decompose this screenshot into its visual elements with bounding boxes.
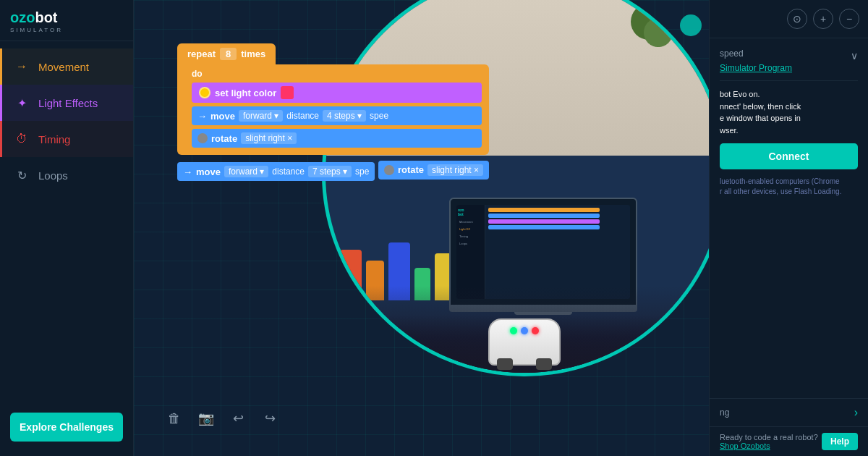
mini-block-2 <box>488 214 600 218</box>
logo-subtitle: SIMULATOR <box>10 27 123 33</box>
panel-content: speed ∨ Simulator Program bot Evo on. nn… <box>710 38 868 398</box>
times-label: times <box>241 48 265 59</box>
simulator-program-link[interactable]: Simulator Program <box>720 63 858 73</box>
right-panel: ⊙ + − speed ∨ Simulator Program bot Evo … <box>709 0 868 456</box>
move-dir-value: forward ▾ <box>239 110 283 122</box>
laptop-content-mini <box>485 205 630 299</box>
loading-arrow-icon[interactable]: › <box>854 406 858 419</box>
loops-icon: ↻ <box>14 167 30 183</box>
speed-row: speed ∨ <box>720 48 858 63</box>
laptop-screen-inner: ozobot Movement Light Eff Timing Loops <box>456 205 630 299</box>
wheel-right <box>536 358 552 370</box>
connect-help-1: nnect' below, then click <box>720 102 801 111</box>
sidebar-item-timing[interactable]: ⏱ Timing <box>0 121 133 157</box>
movement-icon: → <box>14 59 30 75</box>
move-arrow-icon: → <box>197 111 207 122</box>
color-swatch <box>281 86 294 99</box>
rotate-label-2: rotate <box>398 164 424 175</box>
shop-text: Ready to code a real robot? Shop Ozobots <box>720 433 822 450</box>
light-color-label: set light color <box>215 88 276 98</box>
plant-decor <box>637 0 680 76</box>
ready-text: Ready to code a real robot? <box>720 433 818 442</box>
do-block: do set light color → move forward ▾ dist… <box>177 64 489 155</box>
logo-part2: bot <box>35 9 57 25</box>
connect-help-3: wser. <box>720 126 739 135</box>
color-circle-icon <box>199 87 210 98</box>
light-effects-label: Light Effects <box>38 97 98 109</box>
logo-area: ozobot SIMULATOR <box>0 0 133 41</box>
move-dir-value-2: forward ▾ <box>224 166 268 177</box>
robot-lights <box>490 320 559 334</box>
bottom-toolbar: 🗑 📷 ↩ ↪ <box>163 407 281 430</box>
light-blue <box>521 327 528 334</box>
loops-label: Loops <box>38 169 68 182</box>
move-label: move <box>210 111 235 122</box>
timing-label: Timing <box>38 133 70 145</box>
repeat-label: repeat <box>187 48 216 59</box>
robot-on-text: bot Evo on. <box>720 90 760 98</box>
bluetooth-note: luetooth-enabled computers (Chrome r all… <box>720 177 858 197</box>
light-effects-icon: ✦ <box>14 95 30 111</box>
connection-text: bot Evo on. nnect' below, then click e w… <box>720 88 858 136</box>
help-button[interactable]: Help <box>822 433 858 450</box>
mini-nav: Movement Light Eff Timing Loops <box>458 219 483 246</box>
set-light-color-block[interactable]: set light color <box>192 83 482 103</box>
mini-blocks <box>488 208 627 229</box>
main-area: repeat 8 times do set light color → move… <box>134 0 868 456</box>
rotate-label: rotate <box>211 133 237 144</box>
timing-icon: ⏱ <box>14 131 30 147</box>
bluetooth-note-2: r all other devices, use Flash Loading. <box>720 187 841 195</box>
repeat-block[interactable]: repeat 8 times <box>177 43 276 64</box>
mini-block-1 <box>488 208 600 212</box>
distance-value: 4 steps ▾ <box>323 110 366 122</box>
divider-1 <box>720 80 858 81</box>
rotate-block-1[interactable]: rotate slight right × <box>192 129 482 148</box>
do-label: do <box>192 69 482 79</box>
mini-block-4 <box>488 225 600 229</box>
undo-icon[interactable]: ↩ <box>226 407 250 430</box>
zoom-in-button[interactable]: + <box>813 9 833 29</box>
camera-icon[interactable]: 📷 <box>195 407 218 430</box>
connect-button[interactable]: Connect <box>720 143 858 169</box>
loading-row: ng › <box>720 406 858 419</box>
ozobot-robot <box>488 318 561 366</box>
chevron-down-icon[interactable]: ∨ <box>851 50 858 62</box>
speed-label: speed <box>720 48 744 59</box>
robot-body <box>488 318 561 366</box>
loading-label: ng <box>720 408 729 418</box>
panel-footer: ng › <box>710 398 868 426</box>
distance-label-2: distance <box>272 166 305 177</box>
rotate-block-2[interactable]: rotate slight right × <box>378 161 489 180</box>
redo-icon[interactable]: ↪ <box>258 407 281 430</box>
rotate-value-2: slight right × <box>427 164 483 176</box>
right-panel-top: ⊙ + − <box>710 0 868 38</box>
speed-label-2: spe <box>355 166 369 177</box>
mini-nav-loops: Loops <box>458 241 483 246</box>
mini-block-3 <box>488 219 600 224</box>
sidebar-item-loops[interactable]: ↻ Loops <box>0 157 133 193</box>
wheel-left <box>497 358 513 370</box>
mini-logo: ozobot <box>458 208 483 216</box>
connection-section: bot Evo on. nnect' below, then click e w… <box>720 88 858 197</box>
connect-help-2: e window that opens in <box>720 114 801 122</box>
move-forward-block[interactable]: → move forward ▾ distance 4 steps ▾ spee <box>192 106 482 125</box>
sidebar: ozobot SIMULATOR → Movement ✦ Light Effe… <box>0 0 134 456</box>
light-red <box>532 327 539 334</box>
delete-icon[interactable]: 🗑 <box>163 407 186 430</box>
move-label-2: move <box>196 166 221 177</box>
laptop-sidebar-mini: ozobot Movement Light Eff Timing Loops <box>456 205 485 299</box>
mini-nav-light: Light Eff <box>458 227 483 232</box>
move-forward-block-2[interactable]: → move forward ▾ distance 7 steps ▾ spe <box>177 162 375 181</box>
rotate-value-1: slight right × <box>241 132 297 144</box>
mini-nav-timing: Timing <box>458 234 483 239</box>
explore-challenges-button[interactable]: Explore Challenges <box>10 413 123 442</box>
sidebar-item-movement[interactable]: → Movement <box>0 48 133 85</box>
footer-bottom: Ready to code a real robot? Shop Ozobots… <box>710 426 868 456</box>
sidebar-item-light-effects[interactable]: ✦ Light Effects <box>0 85 133 121</box>
distance-label: distance <box>286 111 319 121</box>
shop-link[interactable]: Shop Ozobots <box>720 442 770 450</box>
target-icon-button[interactable]: ⊙ <box>787 9 807 29</box>
nav-items: → Movement ✦ Light Effects ⏱ Timing ↻ Lo… <box>0 41 133 401</box>
distance-value-2: 7 steps ▾ <box>308 166 352 177</box>
zoom-out-button[interactable]: − <box>839 9 859 29</box>
